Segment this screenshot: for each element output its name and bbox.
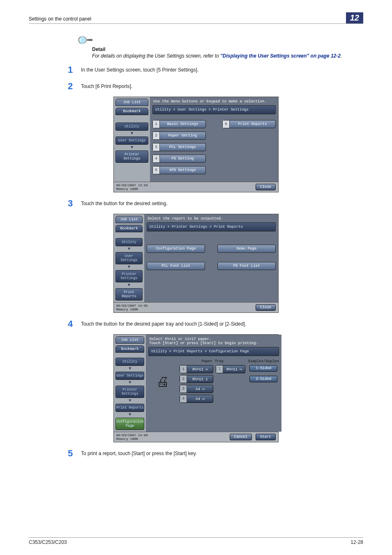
bookmark-tab[interactable]: Bookmark: [115, 345, 144, 353]
chevron-down-icon: ▼: [115, 382, 144, 384]
left-panel: Job List Bookmark Utility ▼ User Setting…: [114, 214, 144, 302]
step-number: 3: [68, 198, 81, 209]
step-2: 2 Touch [6 Print Reports].: [68, 81, 363, 92]
chevron-down-icon: ▼: [115, 368, 144, 370]
step-3: 3 Touch the button for the desired setti…: [68, 198, 363, 209]
page-header: Settings on the control panel 12: [29, 12, 363, 24]
tray-3[interactable]: 3 A4 ▭: [180, 385, 213, 393]
detail-prefix: For details on displaying the User Setti…: [92, 53, 220, 59]
step-4: 4 Touch the button for the desired paper…: [68, 319, 363, 329]
menu-xps-settings[interactable]: 5 XPS Settings: [152, 166, 206, 174]
close-button[interactable]: Close: [256, 184, 276, 190]
crumb-printer-settings[interactable]: Printer Settings: [115, 270, 143, 282]
crumb-user-settings[interactable]: User Settings: [115, 372, 144, 380]
magnifier-icon: 🔍: [76, 31, 94, 49]
step-number: 2: [68, 81, 81, 92]
col-simplex-duplex: Simplex/Duplex: [248, 359, 279, 363]
chevron-down-icon: ▼: [115, 266, 143, 268]
detail-label: Detail: [92, 46, 363, 52]
left-panel: Job List Bookmark Utility ▼ User Setting…: [114, 335, 146, 432]
btn-demo-page[interactable]: Demo Page: [217, 245, 276, 253]
menu-print-reports[interactable]: 6 Print Reports: [222, 120, 276, 128]
chevron-down-icon: ▼: [115, 400, 144, 402]
screenshot-printer-settings: Job List Bookmark Utility ▼ User Setting…: [113, 97, 279, 192]
crumb-print-reports[interactable]: Print Reports: [115, 404, 144, 412]
screenshot-configuration-page: Job List Bookmark Utility ▼ User Setting…: [113, 334, 279, 442]
chevron-down-icon: ▼: [115, 414, 144, 416]
tray-2[interactable]: 2 8½×11 ▯: [180, 375, 213, 383]
crumb-printer-settings[interactable]: Printer Settings: [115, 386, 144, 398]
tray-1[interactable]: 1 8½×11 ▭: [180, 365, 213, 373]
chevron-down-icon: ▼: [115, 284, 143, 287]
crumb-user-settings[interactable]: User Settings: [115, 252, 143, 264]
footer-meta: 08/03/2007 14:05 Memory 100%: [116, 304, 148, 311]
chevron-down-icon: ▼: [115, 146, 148, 149]
left-panel: Job List Bookmark Utility ▼ User Setting…: [114, 97, 150, 182]
crumb-printer-settings[interactable]: Printer Settings: [115, 150, 148, 163]
detail-period: .: [341, 53, 342, 59]
tray-bypass[interactable]: ⤵ 8½×11 ▭: [216, 365, 245, 373]
opt-1-sided[interactable]: 1-Sided: [249, 365, 277, 372]
detail-text: For details on displaying the User Setti…: [92, 53, 363, 59]
step-text: In the User Settings screen, touch [5 Pr…: [81, 65, 198, 75]
printer-icon: 🖨: [156, 374, 169, 390]
crumb-utility[interactable]: Utility: [115, 358, 144, 366]
step-number: 4: [68, 319, 81, 329]
footer-meta: 08/03/2007 13:58 Memory 100%: [116, 183, 148, 191]
tray-4[interactable]: 4 A4 ▭: [180, 395, 213, 403]
chapter-badge: 12: [346, 12, 363, 23]
page-footer: C353/C253/C203 12-28: [29, 537, 363, 545]
menu-ps-setting[interactable]: 4 PS Setting: [152, 155, 206, 163]
btn-configuration-page[interactable]: Configuration Page: [147, 245, 205, 253]
breadcrumb-bar: Utility > Printer Settings > Print Repor…: [147, 222, 276, 231]
col-paper-tray: Paper Tray: [180, 359, 245, 363]
bookmark-tab[interactable]: Bookmark: [115, 225, 143, 232]
chevron-down-icon: ▼: [115, 132, 148, 135]
menu-pcl-settings[interactable]: 3 PCL Settings: [152, 143, 206, 151]
footer-meta: 08/03/2007 14:06 Memory 100%: [116, 433, 148, 441]
crumb-user-settings[interactable]: User Settings: [115, 136, 148, 145]
step-1: 1 In the User Settings screen, touch [5 …: [68, 65, 363, 75]
bookmark-tab[interactable]: Bookmark: [115, 108, 148, 115]
close-button[interactable]: Close: [256, 304, 276, 311]
start-button[interactable]: Start: [256, 434, 276, 440]
breadcrumb-bar: Utility > Print Reports > Configuration …: [148, 347, 279, 356]
hint-text: Select the report to be outputted.: [147, 216, 276, 222]
btn-pcl-font-list[interactable]: PCL Font List: [147, 262, 205, 270]
step-text: Touch [6 Print Reports].: [81, 81, 132, 92]
step-text: Touch the button for the desired setting…: [81, 198, 168, 209]
step-5: 5 To print a report, touch [Start] or pr…: [68, 448, 363, 459]
detail-link[interactable]: "Displaying the User Settings screen" on…: [220, 53, 341, 59]
detail-block: 🔍 Detail For details on displaying the U…: [78, 34, 363, 59]
opt-2-sided[interactable]: 2-Sided: [249, 376, 277, 382]
job-list-tab[interactable]: Job List: [115, 99, 148, 106]
cancel-button[interactable]: Cancel: [230, 434, 252, 440]
footer-page: 12-28: [350, 539, 363, 545]
btn-ps-font-list[interactable]: PS Font List: [217, 262, 276, 270]
step-text: To print a report, touch [Start] or pres…: [81, 448, 197, 459]
hint-text: Use the menu buttons or keypad to make a…: [152, 99, 276, 105]
crumb-configuration-page[interactable]: Configuration Page: [115, 418, 144, 430]
job-list-tab[interactable]: Job List: [115, 336, 144, 344]
breadcrumb-bar: Utility > User Settings > Printer Settin…: [152, 105, 276, 114]
crumb-utility[interactable]: Utility: [115, 123, 148, 131]
header-title: Settings on the control panel: [29, 16, 91, 23]
manual-feed-icon: ⤵: [216, 365, 223, 373]
footer-model: C353/C253/C203: [29, 539, 67, 545]
job-list-tab[interactable]: Job List: [115, 216, 143, 223]
step-number: 1: [68, 65, 81, 75]
crumb-utility[interactable]: Utility: [115, 238, 143, 246]
menu-basic-settings[interactable]: 1 Basic Settings: [152, 120, 206, 128]
step-number: 5: [68, 448, 81, 459]
step-text: Touch the button for the desired paper t…: [81, 319, 246, 329]
menu-paper-setting[interactable]: 2 Paper Setting: [152, 132, 206, 140]
crumb-print-reports[interactable]: Print Reports: [115, 288, 143, 301]
hint-text: Select 8½×11 or 11×17 paper. Touch [Star…: [148, 336, 279, 347]
printer-graphic: 🖨: [148, 359, 177, 405]
chevron-down-icon: ▼: [115, 248, 143, 250]
screenshot-print-reports: Job List Bookmark Utility ▼ User Setting…: [113, 214, 279, 313]
